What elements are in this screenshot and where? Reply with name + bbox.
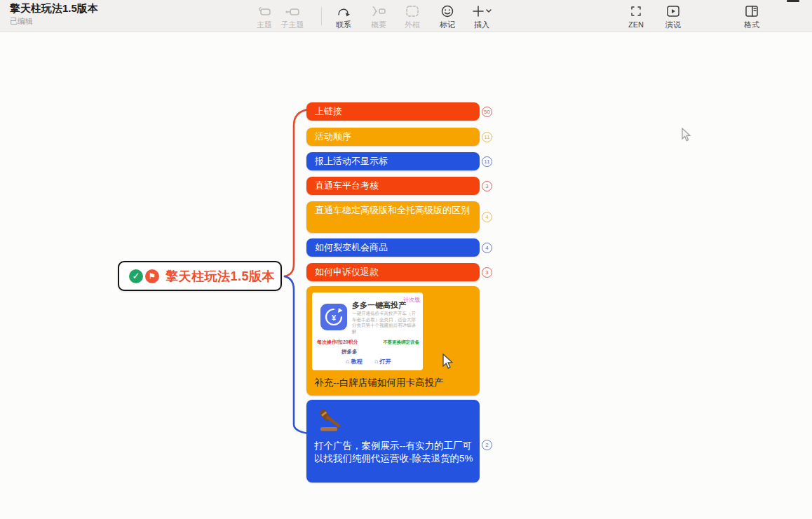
branch-label: 报上活动不显示标 [315,156,388,166]
branch-node-3[interactable]: 报上活动不显示标 [306,152,480,170]
branch-label: 直通车稳定高级版和全托高级版的区别 [315,205,470,215]
tutorial-button[interactable]: ⌂教程 [346,355,362,368]
open-button[interactable]: ⌂打开 [374,355,391,368]
toolbar-present-button[interactable]: 演说 [655,4,691,29]
branch-label: 直通车平台考核 [315,180,379,191]
subtopic-icon [274,4,311,19]
toolbar-format-button[interactable]: 格式 [733,4,770,29]
document-status: 已编辑 [10,16,98,27]
embedded-screenshot: ¥ 计次版 多多一键高投产 一键开通低价卡高投产开车（开车老手必看）全类目，适合… [312,292,423,370]
branch-label: 补充--白牌店铺如何用卡高投产 [314,377,475,389]
home-icon: ⌂ [374,358,378,365]
toolbar-summary-button[interactable]: 概要 [360,4,397,29]
branch-node-9-ad[interactable]: 打个广告，案例展示--有实力的工厂可以找我们纯佣代运营收-除去退货的5% [306,400,480,483]
tool-warning-note: 不要更换绑定设备 [383,336,419,349]
check-icon: ✓ [129,269,143,283]
toolbar-subtopic-button[interactable]: 子主题 [274,4,311,29]
home-icon: ⌂ [346,358,349,365]
toolbar-marker-button[interactable]: 标记 [429,4,466,29]
root-topic-node[interactable]: ✓ ⚑ 擎天柱玩法1.5版本 [118,261,282,291]
root-topic-label: 擎天柱玩法1.5版本 [165,268,275,285]
badge-count: 3 [482,181,492,191]
badge-count: 4 [482,212,492,222]
document-meta: 擎天柱玩法1.5版本 已编辑 [10,2,98,27]
badge-count: 4 [482,243,492,253]
toolbar-zen-button[interactable]: ZEN [618,4,654,29]
mouse-cursor-secondary [682,128,693,142]
branch-label: 上链接 [315,106,342,116]
mindmap-canvas[interactable]: ✓ ⚑ 擎天柱玩法1.5版本 上链接 活动顺序 报上活动不显示标 直通车平台考核… [0,32,812,519]
summary-icon [360,4,397,19]
toolbar-relationship-button[interactable]: 联系 [325,4,362,29]
branch-node-2[interactable]: 活动顺序 [306,128,480,146]
boundary-icon [394,4,431,19]
zen-mode-icon [618,4,654,19]
document-title: 擎天柱玩法1.5版本 [10,2,98,15]
badge-count: 11 [482,156,492,167]
marker-smiley-icon [429,4,466,19]
window-minimize-handle[interactable] [787,0,799,2]
flag-icon: ⚑ [145,269,159,283]
branch-node-1[interactable]: 上链接 [306,102,480,121]
branch-node-6[interactable]: 如何裂变机会商品 [306,238,480,257]
branch-label: 活动顺序 [315,131,351,142]
presentation-play-icon [655,4,691,19]
toolbar-divider [321,7,322,25]
gavel-icon [318,407,346,434]
branch-node-8-media[interactable]: ¥ 计次版 多多一键高投产 一键开通低价卡高投产开车（开车老手必看）全类目，适合… [306,286,480,396]
branch-node-4[interactable]: 直通车平台考核 [306,177,480,195]
insert-plus-icon [463,4,500,19]
branch-label: 如何裂变机会商品 [315,242,388,252]
tool-description: 一键开通低价卡高投产开车（开车老手必看）全类目，适合大部分类目第十个视频前后有详… [352,311,420,335]
branch-label: 打个广告，案例展示--有实力的工厂可以找我们纯佣代运营收-除去退货的5% [314,440,474,465]
branch-node-5[interactable]: 直通车稳定高级版和全托高级版的区别 [306,201,480,233]
yuan-tool-icon: ¥ [320,304,347,330]
relationship-icon [325,4,362,19]
badge-count: 11 [482,132,492,142]
tool-title: 多多一键高投产 [352,299,406,311]
badge-count: 2 [482,440,492,450]
toolbar-insert-button[interactable]: 插入 [463,4,500,29]
badge-count: 3 [482,267,492,278]
titlebar: 擎天柱玩法1.5版本 已编辑 主题 子主题 联系 概要 外框 [0,0,812,32]
branch-node-7[interactable]: 如何申诉仅退款 [306,263,480,281]
branch-label: 如何申诉仅退款 [315,267,379,277]
format-panel-icon [733,4,770,19]
svg-text:¥: ¥ [332,314,337,322]
toolbar-boundary-button[interactable]: 外框 [394,4,431,29]
badge-count: 50 [482,107,492,117]
